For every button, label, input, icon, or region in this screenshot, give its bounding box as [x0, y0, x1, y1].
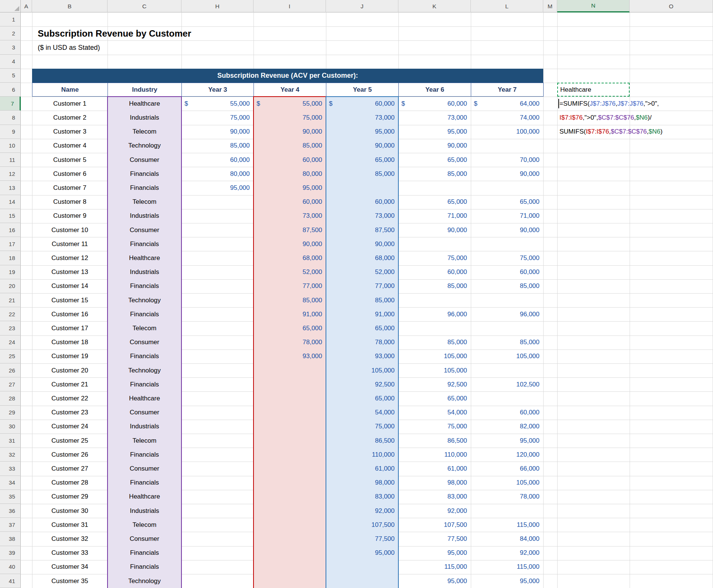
- customer-name-B30[interactable]: Customer 24: [32, 420, 108, 434]
- revenue-J20[interactable]: 77,000: [326, 279, 398, 293]
- revenue-L25[interactable]: 105,000: [471, 349, 543, 363]
- revenue-H9[interactable]: 90,000: [181, 125, 254, 139]
- row-header-8[interactable]: 8: [0, 111, 21, 125]
- column-header-K[interactable]: K: [398, 0, 471, 12]
- industry-C19[interactable]: Industrials: [108, 265, 181, 279]
- revenue-L32[interactable]: 120,000: [471, 448, 543, 462]
- revenue-K39[interactable]: 95,000: [398, 546, 471, 560]
- revenue-K22[interactable]: 96,000: [398, 307, 471, 321]
- row-header-6[interactable]: 6: [0, 83, 21, 97]
- row-header-17[interactable]: 17: [0, 237, 21, 251]
- customer-name-B15[interactable]: Customer 9: [32, 209, 108, 223]
- revenue-I15[interactable]: 73,000: [254, 209, 326, 223]
- revenue-J16[interactable]: 87,500: [326, 223, 398, 237]
- revenue-L35[interactable]: 78,000: [471, 490, 543, 504]
- revenue-J9[interactable]: 95,000: [326, 125, 398, 139]
- row-header-40[interactable]: 40: [0, 560, 21, 574]
- revenue-L19[interactable]: 60,000: [471, 265, 543, 279]
- revenue-L40[interactable]: 115,000: [471, 560, 543, 574]
- column-header-I[interactable]: I: [254, 0, 326, 12]
- industry-C38[interactable]: Consumer: [108, 532, 181, 546]
- revenue-I8[interactable]: 75,000: [254, 111, 326, 125]
- revenue-K26[interactable]: 105,000: [398, 363, 471, 377]
- row-header-33[interactable]: 33: [0, 462, 21, 476]
- revenue-K31[interactable]: 86,500: [398, 434, 471, 448]
- revenue-J23[interactable]: 65,000: [326, 321, 398, 335]
- row-header-24[interactable]: 24: [0, 336, 21, 349]
- revenue-I10[interactable]: 85,000: [254, 139, 326, 153]
- industry-C39[interactable]: Financials: [108, 546, 181, 560]
- customer-name-B29[interactable]: Customer 23: [32, 406, 108, 420]
- revenue-J12[interactable]: 85,000: [326, 167, 398, 181]
- customer-name-B28[interactable]: Customer 22: [32, 391, 108, 405]
- column-header-J[interactable]: J: [326, 0, 398, 12]
- revenue-J8[interactable]: 73,000: [326, 111, 398, 125]
- customer-name-B16[interactable]: Customer 10: [32, 223, 108, 237]
- revenue-L8[interactable]: 74,000: [471, 111, 543, 125]
- revenue-J22[interactable]: 91,000: [326, 307, 398, 321]
- industry-C34[interactable]: Financials: [108, 476, 181, 490]
- revenue-H11[interactable]: 60,000: [181, 153, 254, 167]
- revenue-K7[interactable]: $60,000: [398, 97, 471, 111]
- row-header-9[interactable]: 9: [0, 125, 21, 139]
- industry-C13[interactable]: Financials: [108, 181, 181, 195]
- industry-C24[interactable]: Consumer: [108, 336, 181, 349]
- industry-C8[interactable]: Industrials: [108, 111, 181, 125]
- revenue-J11[interactable]: 65,000: [326, 153, 398, 167]
- row-header-28[interactable]: 28: [0, 391, 21, 405]
- revenue-K36[interactable]: 92,000: [398, 504, 471, 518]
- select-all-button[interactable]: [0, 0, 21, 12]
- industry-C9[interactable]: Telecom: [108, 125, 181, 139]
- table-header-year-6[interactable]: Year 6: [398, 83, 471, 97]
- revenue-I16[interactable]: 87,500: [254, 223, 326, 237]
- customer-name-B32[interactable]: Customer 26: [32, 448, 108, 462]
- revenue-L38[interactable]: 84,000: [471, 532, 543, 546]
- column-header-L[interactable]: L: [471, 0, 543, 12]
- revenue-J26[interactable]: 105,000: [326, 363, 398, 377]
- referenced-cell-N6[interactable]: Healthcare: [557, 83, 630, 97]
- revenue-I17[interactable]: 90,000: [254, 237, 326, 251]
- revenue-K24[interactable]: 85,000: [398, 336, 471, 349]
- customer-name-B22[interactable]: Customer 16: [32, 307, 108, 321]
- customer-name-B37[interactable]: Customer 31: [32, 518, 108, 532]
- row-header-27[interactable]: 27: [0, 377, 21, 391]
- customer-name-B31[interactable]: Customer 25: [32, 434, 108, 448]
- revenue-K19[interactable]: 60,000: [398, 265, 471, 279]
- industry-C33[interactable]: Consumer: [108, 462, 181, 476]
- revenue-L15[interactable]: 71,000: [471, 209, 543, 223]
- industry-C23[interactable]: Telecom: [108, 321, 181, 335]
- revenue-L41[interactable]: 95,000: [471, 574, 543, 588]
- row-header-5[interactable]: 5: [0, 69, 21, 83]
- row-header-19[interactable]: 19: [0, 265, 21, 279]
- row-header-14[interactable]: 14: [0, 195, 21, 209]
- row-header-10[interactable]: 10: [0, 139, 21, 153]
- customer-name-B11[interactable]: Customer 5: [32, 153, 108, 167]
- revenue-J21[interactable]: 85,000: [326, 293, 398, 307]
- industry-C12[interactable]: Financials: [108, 167, 181, 181]
- revenue-L20[interactable]: 85,000: [471, 279, 543, 293]
- row-header-26[interactable]: 26: [0, 363, 21, 377]
- revenue-J31[interactable]: 86,500: [326, 434, 398, 448]
- industry-C41[interactable]: Technology: [108, 574, 181, 588]
- row-header-32[interactable]: 32: [0, 448, 21, 462]
- customer-name-B10[interactable]: Customer 4: [32, 139, 108, 153]
- row-header-36[interactable]: 36: [0, 504, 21, 518]
- customer-name-B19[interactable]: Customer 13: [32, 265, 108, 279]
- industry-C26[interactable]: Technology: [108, 363, 181, 377]
- revenue-K40[interactable]: 115,000: [398, 560, 471, 574]
- revenue-K27[interactable]: 92,500: [398, 377, 471, 391]
- revenue-J17[interactable]: 90,000: [326, 237, 398, 251]
- column-header-M[interactable]: M: [543, 0, 557, 12]
- customer-name-B40[interactable]: Customer 34: [32, 560, 108, 574]
- revenue-I13[interactable]: 95,000: [254, 181, 326, 195]
- customer-name-B23[interactable]: Customer 17: [32, 321, 108, 335]
- row-header-15[interactable]: 15: [0, 209, 21, 223]
- revenue-L7[interactable]: $64,000: [471, 97, 543, 111]
- industry-C21[interactable]: Technology: [108, 293, 181, 307]
- revenue-I18[interactable]: 68,000: [254, 251, 326, 265]
- customer-name-B12[interactable]: Customer 6: [32, 167, 108, 181]
- column-header-A[interactable]: A: [21, 0, 32, 12]
- row-header-23[interactable]: 23: [0, 321, 21, 335]
- revenue-L9[interactable]: 100,000: [471, 125, 543, 139]
- revenue-K33[interactable]: 61,000: [398, 462, 471, 476]
